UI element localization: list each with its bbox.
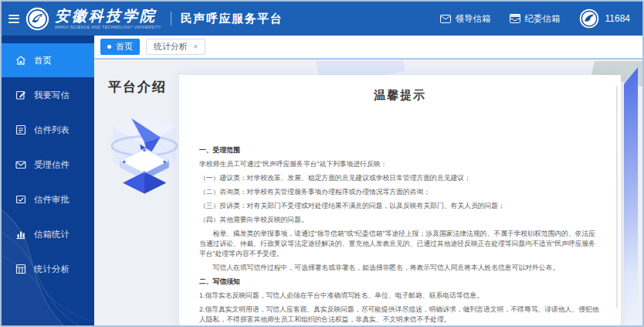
header-actions: 领导信箱 纪委信箱 11684 — [440, 9, 630, 29]
sidebar: 首页 我要写信 信件列表 受理信件 信件审批 — [2, 36, 94, 325]
discipline-mailbox-link[interactable]: 纪委信箱 — [510, 13, 561, 25]
user-avatar — [579, 9, 599, 29]
active-tab-dot — [107, 45, 111, 49]
notice-paragraph: （三）投诉类：对有关部门不受理或对处理结果不满意的问题，以及反映有关部门、有关人… — [199, 201, 601, 211]
notice-paragraph: （二）咨询类：对学校有关管理服务事项办理程序或办理情况等方面的咨询； — [199, 187, 601, 197]
university-name: 安徽科技学院 — [55, 9, 161, 23]
notice-paragraph: 1.倡导实名反映问题，写信人必须在平台中准确填写姓名、单位、电子邮箱、联系电话等… — [199, 291, 601, 301]
sidebar-item-label: 信件审批 — [34, 194, 69, 206]
tab-label: 首页 — [116, 41, 133, 53]
sidebar-item-write-letter[interactable]: 我要写信 — [2, 78, 94, 112]
university-name-block: 安徽科技学院 ANHUI SCIENCE AND TECHNOLOGY UNIV… — [55, 9, 161, 29]
accept-letter-icon — [15, 159, 26, 170]
inbox-icon — [510, 14, 520, 23]
sidebar-item-label: 信件列表 — [34, 124, 69, 136]
app-window: 安徽科技学院 ANHUI SCIENCE AND TECHNOLOGY UNIV… — [0, 0, 644, 327]
home-icon — [15, 55, 26, 66]
leader-mailbox-link[interactable]: 领导信箱 — [440, 13, 491, 25]
notice-section-heading: 二、写信须知 — [199, 277, 601, 287]
sidebar-item-home[interactable]: 首页 — [2, 43, 94, 77]
notice-paragraph: （一）建议类：对学校改革、发展、稳定方面的意见建议或学校日常管理方面的意见建议； — [199, 173, 601, 183]
sidebar-item-label: 统计分析 — [34, 264, 69, 275]
write-letter-icon — [15, 90, 26, 100]
tab-bar: 首页 统计分析 × — [94, 36, 642, 60]
platform-intro-illustration — [108, 108, 181, 199]
sidebar-item-label: 信箱统计 — [34, 229, 69, 240]
tab-label: 统计分析 — [154, 41, 188, 53]
top-header: 安徽科技学院 ANHUI SCIENCE AND TECHNOLOGY UNIV… — [2, 2, 642, 36]
notice-paragraph: 学校师生员工可通过“民声呼应服务平台”就下列事项进行反映： — [199, 159, 601, 169]
letter-approval-icon — [15, 194, 26, 205]
sidebar-item-letter-list[interactable]: 信件列表 — [2, 113, 94, 147]
decorative-gradient-strip — [624, 67, 638, 325]
leader-mailbox-label: 领导信箱 — [456, 13, 491, 25]
university-name-en: ANHUI SCIENCE AND TECHNOLOGY UNIVERSITY — [55, 26, 161, 29]
menu-toggle-icon[interactable] — [8, 12, 19, 25]
envelope-icon — [440, 15, 451, 23]
user-info[interactable]: 11684 — [579, 9, 630, 29]
sidebar-item-label: 首页 — [34, 55, 52, 66]
notice-paragraph: 写信人在填写信件过程中，可选择署名或非署名，如选择非匿名，将表示写信人同意将本人… — [199, 263, 601, 273]
platform-intro-title: 平台介绍 — [108, 78, 182, 96]
stats-analysis-icon — [15, 264, 26, 274]
tab-stats-analysis[interactable]: 统计分析 × — [146, 39, 205, 55]
notice-body: 一、受理范围 学校师生员工可通过“民声呼应服务平台”就下列事项进行反映： （一）… — [179, 145, 621, 325]
notice-card: 温馨提示 一、受理范围 学校师生员工可通过“民声呼应服务平台”就下列事项进行反映… — [179, 75, 621, 325]
main-area: 首页 统计分析 × 平台介绍 — [94, 36, 642, 325]
content-area: 平台介绍 — [94, 61, 642, 325]
mailbox-stats-icon — [15, 229, 26, 240]
header-divider — [171, 12, 171, 26]
sidebar-item-label: 我要写信 — [34, 90, 69, 101]
notice-title: 温馨提示 — [179, 88, 621, 103]
close-tab-icon[interactable]: × — [193, 43, 198, 51]
letter-list-icon — [15, 124, 26, 135]
notice-paragraph: 2.倡导真实文明用语，写信人应客观、真实反映问题，尽可能提供详尽描述，明确诉求，… — [199, 305, 601, 325]
sidebar-item-stats-analysis[interactable]: 统计分析 — [2, 252, 94, 286]
scrollbar[interactable] — [616, 86, 618, 308]
notice-paragraph: （四）其他需要向学校反映的问题。 — [199, 215, 601, 225]
platform-intro-panel: 平台介绍 — [108, 78, 182, 203]
university-logo — [25, 7, 49, 31]
user-id: 11684 — [605, 13, 630, 24]
sidebar-item-letter-approval[interactable]: 信件审批 — [2, 182, 94, 216]
discipline-mailbox-label: 纪委信箱 — [525, 13, 561, 25]
notice-paragraph: 检举、揭发类的举报事项，请通过“领导信箱”或“纪委信箱”等途径上报；涉及国家法律… — [199, 229, 601, 259]
sidebar-item-accept-letter[interactable]: 受理信件 — [2, 148, 94, 182]
tab-home[interactable]: 首页 — [100, 39, 140, 55]
sidebar-item-label: 受理信件 — [34, 159, 69, 171]
platform-title: 民声呼应服务平台 — [181, 12, 283, 26]
notice-section-heading: 一、受理范围 — [199, 145, 601, 155]
sidebar-item-mailbox-stats[interactable]: 信箱统计 — [2, 217, 94, 251]
